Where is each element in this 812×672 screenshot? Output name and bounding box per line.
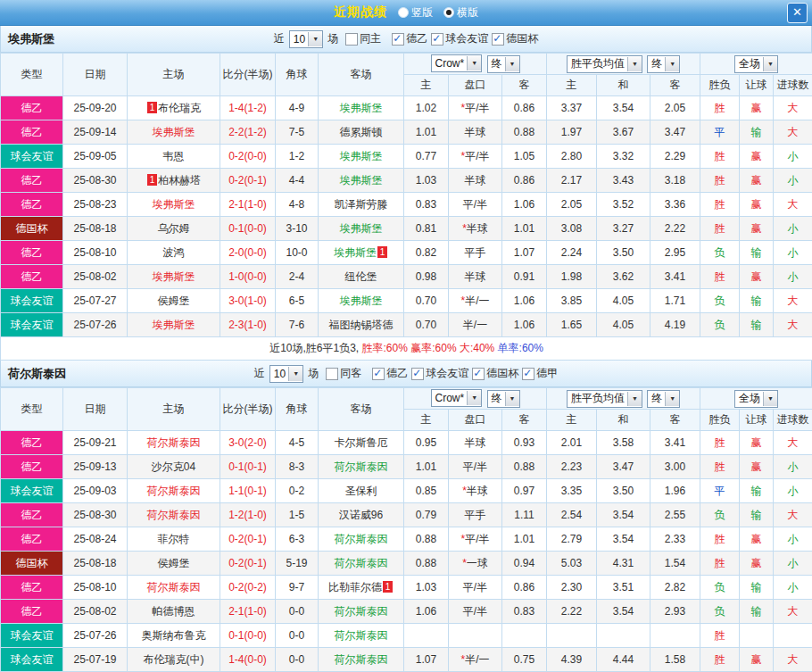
score-cell: 0-2(0-2): [220, 576, 276, 600]
away-team-cell: 凯泽斯劳滕: [319, 193, 404, 217]
col-type: 类型: [1, 388, 63, 431]
result-cell: 负: [700, 241, 740, 265]
odds-home-cell: 1.06: [404, 600, 449, 624]
goals-cell: 小: [774, 527, 812, 552]
avg-type-select[interactable]: 胜平负均值▼: [567, 55, 642, 73]
chevron-down-icon: ▼: [505, 57, 519, 71]
handicap-result-cell: 赢: [740, 455, 774, 479]
corners-cell: 2-4: [276, 265, 319, 289]
home-team-cell: 埃弗斯堡: [128, 265, 220, 289]
filter-checkbox[interactable]: 同客: [326, 366, 361, 381]
away-team-cell: 埃弗斯堡: [319, 96, 404, 120]
filter-checkbox[interactable]: 德乙: [392, 31, 427, 46]
handicap-cell: 平手: [449, 503, 502, 527]
filter-checkbox[interactable]: 同主: [345, 31, 381, 46]
away-team-cell: 埃弗斯堡: [319, 217, 404, 241]
scope-select[interactable]: 全场▼: [734, 55, 778, 73]
odds-final-select[interactable]: 终▼: [487, 390, 520, 408]
match-row: 球会友谊25-09-05韦恩0-2(0-0)1-2埃弗斯堡0.77*平/半1.0…: [1, 145, 812, 169]
odds-final-select[interactable]: 终▼: [487, 55, 520, 73]
scope-select[interactable]: 全场▼: [734, 390, 778, 408]
matches-table: 类型 日期 主场 比分(半场) 角球 客场 Crow*▼ 终▼ 胜平负均值▼ 终…: [0, 387, 812, 672]
avg-home-cell: 3.35: [547, 479, 597, 503]
avg-home-cell: 3.37: [547, 96, 597, 120]
league-cell: 德乙: [1, 600, 63, 624]
league-cell: 德乙: [1, 120, 63, 145]
chevron-down-icon: ▼: [763, 57, 777, 71]
handicap-result-cell: 输: [740, 600, 774, 624]
corners-cell: 8-3: [276, 455, 319, 479]
result-cell: 胜: [700, 648, 740, 672]
corners-cell: 0-0: [276, 600, 319, 624]
avg-final-select[interactable]: 终▼: [647, 55, 680, 73]
filter-checkbox[interactable]: 球会友谊: [411, 366, 468, 381]
avg-home-cell: 3.08: [547, 217, 597, 241]
avg-home-cell: 2.17: [547, 169, 597, 193]
odds-away-cell: 1.06: [502, 289, 547, 313]
handicap-cell: 半球: [449, 431, 502, 455]
filter-checkbox[interactable]: 德乙: [372, 366, 408, 381]
games-count-select[interactable]: 10▼: [269, 365, 303, 383]
result-cell: 胜: [700, 624, 740, 648]
filter-checkbox[interactable]: 德国杯: [492, 31, 538, 46]
handicap-result-cell: [740, 624, 774, 648]
avg-final-value: 终: [651, 56, 662, 71]
home-team-cell: 布伦瑞克(中): [128, 648, 220, 672]
col-type: 类型: [1, 54, 63, 96]
avg-away-cell: 3.36: [650, 193, 700, 217]
date-cell: 25-08-10: [63, 576, 128, 600]
match-row: 德乙25-09-21荷尔斯泰因3-0(2-0)4-5卡尔斯鲁厄0.95半球0.9…: [1, 431, 812, 455]
filter-checkbox[interactable]: 球会友谊: [431, 31, 488, 46]
away-team-cell: 埃弗斯堡: [319, 289, 404, 313]
handicap-cell: *半球: [449, 479, 502, 503]
filter-checkbox[interactable]: 德甲: [522, 366, 558, 381]
match-row: 德乙25-08-30荷尔斯泰因1-2(1-0)1-5汉诺威960.79平手1.1…: [1, 503, 812, 527]
odds-home-cell: 1.03: [404, 576, 449, 600]
handicap-cell: 平/半: [449, 455, 502, 479]
result-cell: 负: [700, 576, 740, 600]
games-count-select[interactable]: 10▼: [289, 30, 323, 48]
odds-home-cell: 1.01: [404, 120, 449, 145]
close-button[interactable]: ✕: [787, 3, 808, 23]
odds-away-cell: 0.86: [502, 576, 547, 600]
league-cell: 德乙: [1, 527, 63, 552]
odds-home-cell: 0.70: [404, 313, 449, 337]
date-cell: 25-09-13: [63, 455, 128, 479]
odds-company-value: Crow*: [435, 392, 465, 404]
goals-cell: 大: [774, 96, 812, 120]
score-cell: 2-1(1-0): [220, 600, 276, 624]
scope-group-header: 全场▼: [700, 388, 812, 410]
layout-radio-竖版[interactable]: 竖版: [398, 5, 433, 21]
checkbox-icon: [472, 368, 485, 380]
avg-type-select[interactable]: 胜平负均值▼: [567, 390, 642, 408]
filter-checkbox[interactable]: 德国杯: [472, 366, 518, 381]
layout-radio-横版[interactable]: 横版: [443, 5, 478, 21]
date-cell: 25-07-27: [63, 289, 128, 313]
match-row: 球会友谊25-07-26埃弗斯堡2-3(1-0)7-6福图纳锡塔德0.70半/一…: [1, 313, 812, 337]
odds-home-cell: 1.02: [404, 96, 449, 120]
handicap-cell: 平/半: [449, 600, 502, 624]
odds-company-select[interactable]: Crow*▼: [431, 54, 483, 72]
col-corners: 角球: [276, 388, 319, 431]
avg-final-select[interactable]: 终▼: [647, 390, 680, 408]
checkbox-icon: [431, 33, 443, 46]
corners-cell: 0-0: [276, 648, 319, 672]
match-row: 球会友谊25-07-27侯姆堡3-0(1-0)6-5埃弗斯堡0.70*半/一1.…: [1, 289, 812, 313]
col-date: 日期: [63, 388, 128, 431]
date-cell: 25-08-18: [63, 217, 128, 241]
corners-cell: 3-10: [276, 217, 319, 241]
avg-home-cell: 5.03: [547, 552, 597, 576]
away-team-cell: 埃弗斯堡1: [319, 241, 404, 265]
odds-company-select[interactable]: Crow*▼: [431, 389, 483, 407]
avg-draw-cell: 3.67: [597, 120, 650, 145]
avg-home-cell: 2.79: [547, 527, 597, 552]
filter-checkbox-group: 同主德乙球会友谊德国杯: [342, 31, 538, 46]
checkbox-icon: [345, 33, 358, 46]
avg-home-cell: 2.54: [547, 503, 597, 527]
match-row: 德乙25-08-02埃弗斯堡1-0(0-0)2-4纽伦堡0.98半球0.911.…: [1, 265, 812, 289]
avg-draw-cell: 3.50: [597, 479, 650, 503]
date-cell: 25-07-26: [63, 313, 128, 337]
goals-cell: 大: [774, 193, 812, 217]
home-team-cell: 埃弗斯堡: [128, 313, 220, 337]
odds-home-cell: 0.83: [404, 193, 449, 217]
